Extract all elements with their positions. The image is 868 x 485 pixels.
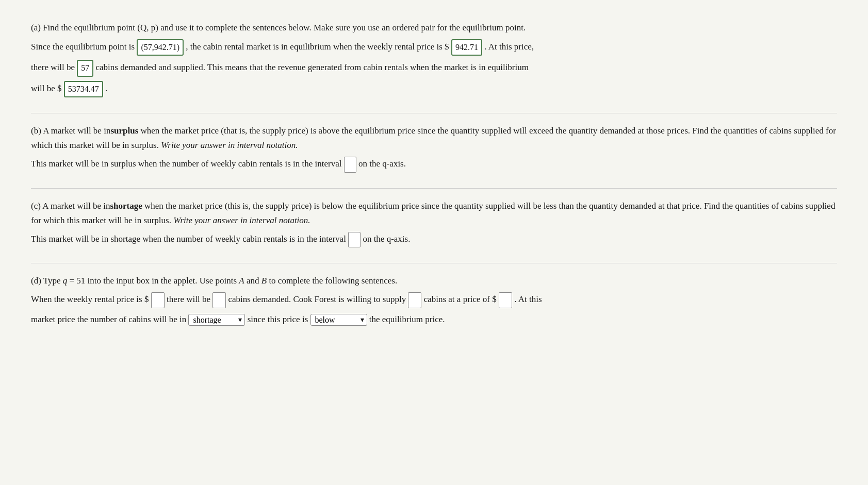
part-a-willbe-text: will be $ (31, 83, 62, 93)
part-d-s2-mid: since this price is (248, 314, 308, 324)
part-c-sentence-post: on the q-axis. (363, 234, 410, 244)
part-a-therewillbe-text: there will be (31, 63, 75, 73)
part-d-s2-post: the equilibrium price. (369, 314, 445, 324)
part-b-label-pre: (b) A market will be in (31, 126, 110, 136)
shortage-surplus-select[interactable]: shortage surplus (188, 314, 245, 326)
part-d-s1-mid3: cabins at a price of $ (424, 294, 497, 304)
part-a-period: . (105, 83, 107, 93)
part-a-sentence3: will be $ 53734.47 . (31, 81, 837, 97)
surplus-bold: surplus (110, 126, 138, 136)
part-d-label: (d) Type q = 51 into the input box in th… (31, 276, 397, 286)
part-d-sentence1: When the weekly rental price is $ there … (31, 292, 837, 308)
qty-supply-input[interactable] (408, 292, 421, 308)
equilibrium-point-box[interactable]: (57,942.71) (137, 39, 184, 56)
part-a-sentence1: Since the equilibrium point is (57,942.7… (31, 39, 837, 56)
shortage-bold: shortage (110, 201, 142, 211)
part-b-label-rest: when the market price (that is, the supp… (31, 126, 836, 150)
part-b-section: (b) A market will be insurplus when the … (31, 124, 837, 172)
part-a-mid-text: , the cabin rental market is in equilibr… (186, 42, 449, 52)
part-a-since-text: Since the equilibrium point is (31, 42, 135, 52)
part-c-description: (c) A market will be inshortage when the… (31, 199, 837, 228)
equilibrium-qty-box[interactable]: 57 (77, 60, 93, 76)
part-c-label-rest: when the market price (this is, the supp… (31, 201, 835, 225)
part-d-s1-mid2: cabins demanded. Cook Forest is willing … (228, 294, 406, 304)
part-d-s1-pre: When the weekly rental price is $ (31, 294, 149, 304)
part-b-sentence-pre: This market will be in surplus when the … (31, 159, 341, 169)
part-c-sentence-pre: This market will be in shortage when the… (31, 234, 346, 244)
below-above-select[interactable]: below above (310, 314, 367, 326)
part-b-description: (b) A market will be insurplus when the … (31, 124, 837, 153)
part-c-section: (c) A market will be inshortage when the… (31, 199, 837, 247)
equilibrium-price-box[interactable]: 942.71 (451, 39, 482, 56)
shortage-surplus-select-wrapper[interactable]: shortage surplus (188, 313, 245, 327)
part-b-sentence: This market will be in surplus when the … (31, 157, 837, 172)
part-b-italic-note: Write your answer in interval notation. (161, 140, 298, 150)
revenue-box[interactable]: 53734.47 (64, 81, 103, 97)
part-c-italic-note: Write your answer in interval notation. (173, 215, 310, 225)
part-d-section: (d) Type q = 51 into the input box in th… (31, 274, 837, 327)
part-c-label-pre: (c) A market will be in (31, 201, 110, 211)
price-supply-input[interactable] (499, 292, 512, 308)
part-d-s1-mid: there will be (167, 294, 210, 304)
below-above-select-wrapper[interactable]: below above (310, 313, 367, 327)
part-b-sentence-post: on the q-axis. (358, 159, 406, 169)
part-a-post-text: . At this price, (484, 42, 534, 52)
part-a-section: (a) Find the equilibrium point (Q, p) an… (31, 21, 837, 97)
part-d-title: (d) Type q = 51 into the input box in th… (31, 274, 837, 288)
qty-demanded-input[interactable] (212, 292, 226, 308)
shortage-interval-box[interactable] (348, 232, 361, 247)
weekly-price-input[interactable] (151, 292, 165, 308)
part-d-s2-pre: market price the number of cabins will b… (31, 314, 186, 324)
surplus-interval-box[interactable] (344, 157, 356, 172)
part-d-s1-post: . At this (514, 294, 542, 304)
part-d-sentence2: market price the number of cabins will b… (31, 312, 837, 327)
part-a-cabins-text: cabins demanded and supplied. This means… (95, 63, 529, 73)
part-c-sentence: This market will be in shortage when the… (31, 232, 837, 247)
part-a-sentence2: there will be 57 cabins demanded and sup… (31, 60, 837, 76)
part-a-title: (a) Find the equilibrium point (Q, p) an… (31, 21, 837, 35)
